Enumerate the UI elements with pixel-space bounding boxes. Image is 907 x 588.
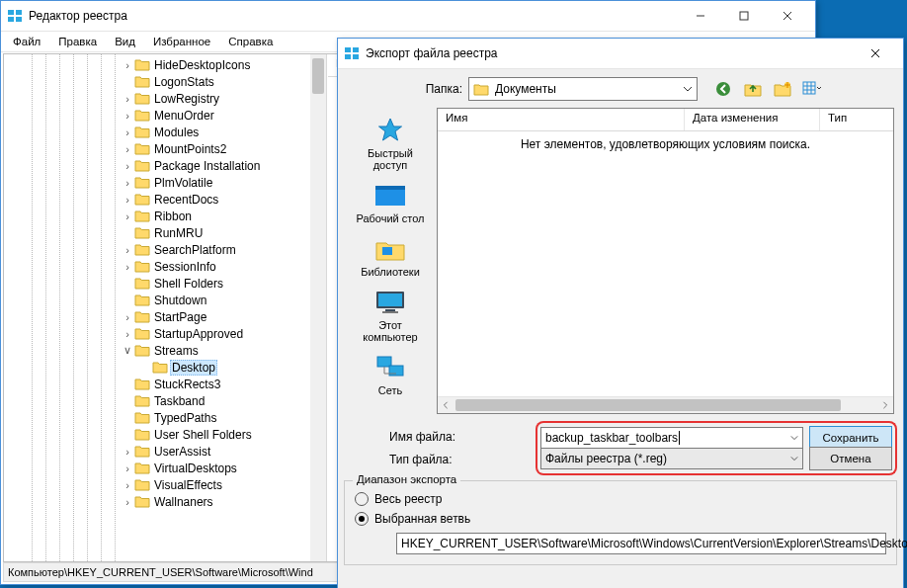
tree-twisty[interactable]: › — [121, 126, 134, 138]
tree-node[interactable]: ›Package Installation — [6, 157, 326, 174]
dialog-close-button[interactable] — [854, 40, 897, 67]
up-one-level-button[interactable] — [743, 79, 763, 99]
tree-twisty[interactable]: › — [121, 462, 134, 474]
chevron-down-icon — [683, 84, 693, 94]
tree-node[interactable]: StuckRects3 — [6, 376, 326, 392]
folder-icon — [134, 243, 150, 256]
tree-scrollbar[interactable] — [310, 54, 326, 561]
new-folder-button[interactable] — [773, 79, 792, 99]
folder-icon — [473, 82, 489, 96]
tree-node[interactable]: ›Modules — [6, 124, 326, 140]
tree-node-label: VisualEffects — [152, 478, 224, 492]
tree-node[interactable]: ›MenuOrder — [6, 107, 326, 124]
radio-all[interactable]: Весь реестр — [355, 489, 886, 509]
tree-pane[interactable]: ›HideDesktopIconsLogonStats›LowRegistry›… — [4, 54, 327, 561]
tree-node-label: Streams — [152, 344, 201, 358]
tree-node[interactable]: ∨Streams — [6, 342, 326, 359]
scroll-right-icon[interactable] — [877, 397, 893, 413]
tree-node[interactable]: ›VisualEffects — [6, 476, 326, 493]
tree-twisty[interactable]: › — [121, 110, 134, 122]
minimize-button[interactable] — [679, 2, 722, 30]
tree-node[interactable]: ›Ribbon — [6, 208, 326, 224]
place-network[interactable]: Сеть — [351, 353, 430, 396]
tree-twisty[interactable]: › — [121, 496, 134, 508]
tree-node[interactable]: LogonStats — [6, 73, 326, 90]
tree-node[interactable]: Desktop — [6, 359, 326, 376]
tree-node[interactable]: ›SessionInfo — [6, 258, 326, 275]
menu-view[interactable]: Вид — [107, 34, 143, 49]
menu-fav[interactable]: Избранное — [145, 34, 218, 49]
tree-node-label: StartupApproved — [152, 327, 245, 341]
tree-twisty[interactable]: › — [121, 311, 134, 323]
place-quick-access[interactable]: Быстрый доступ — [351, 116, 430, 171]
folder-icon — [134, 126, 150, 138]
svg-rect-28 — [385, 309, 395, 311]
col-date[interactable]: Дата изменения — [685, 109, 820, 130]
tree-node[interactable]: ›StartupApproved — [6, 325, 326, 342]
tree-node[interactable]: ›Wallnaners — [6, 493, 326, 510]
back-button[interactable] — [713, 79, 733, 99]
chevron-down-icon[interactable] — [790, 434, 798, 442]
tree-node[interactable]: ›UserAssist — [6, 443, 326, 460]
tree-node[interactable]: ›StartPage — [6, 308, 326, 325]
close-button[interactable] — [766, 2, 809, 30]
tree-twisty[interactable]: › — [121, 194, 134, 206]
tree-node[interactable]: ›LowRegistry — [6, 90, 326, 107]
tree-twisty[interactable]: › — [121, 446, 134, 458]
file-list-hscroll[interactable] — [438, 396, 893, 413]
col-name[interactable]: Имя — [438, 109, 685, 130]
tree-node[interactable]: ›RecentDocs — [6, 191, 326, 208]
tree-node[interactable]: ›MountPoints2 — [6, 140, 326, 157]
tree-node[interactable]: Shutdown — [6, 292, 326, 308]
tree-twisty[interactable]: › — [121, 479, 134, 491]
regedit-titlebar[interactable]: Редактор реестра — [1, 1, 815, 32]
dialog-titlebar[interactable]: Экспорт файла реестра — [338, 39, 903, 69]
tree-twisty[interactable]: ∨ — [121, 344, 134, 357]
tree-twisty[interactable]: › — [121, 328, 134, 340]
menu-file[interactable]: Файл — [5, 34, 48, 49]
scroll-left-icon[interactable] — [438, 397, 454, 413]
tree-node[interactable]: Taskband — [6, 392, 326, 409]
tree-node[interactable]: RunMRU — [6, 224, 326, 241]
svg-rect-8 — [345, 47, 351, 52]
tree-twisty[interactable]: › — [121, 143, 134, 155]
tree-twisty[interactable]: › — [121, 261, 134, 273]
tree-node-label: StuckRects3 — [152, 378, 222, 391]
tree-node[interactable]: ›VirtualDesktops — [6, 460, 326, 476]
folder-combo-value: Документы — [495, 82, 556, 96]
tree-twisty[interactable]: › — [121, 160, 134, 172]
col-type[interactable]: Тип — [820, 109, 893, 130]
tree-twisty[interactable]: › — [121, 59, 134, 71]
tree-node[interactable]: Shell Folders — [6, 275, 326, 292]
file-name-input[interactable]: backup_taskbar_toolbars — [540, 427, 803, 449]
tree-twisty[interactable]: › — [121, 244, 134, 256]
svg-rect-2 — [8, 17, 14, 22]
branch-path-value: HKEY_CURRENT_USER\Software\Microsoft\Win… — [401, 537, 907, 550]
tree-node[interactable]: User Shell Folders — [6, 426, 326, 443]
folder-combo[interactable]: Документы — [468, 77, 698, 101]
view-menu-button[interactable] — [802, 79, 822, 99]
radio-branch[interactable]: Выбранная ветвь — [355, 509, 886, 529]
tree-node[interactable]: ›HideDesktopIcons — [6, 56, 326, 73]
tree-twisty[interactable]: › — [121, 210, 134, 222]
place-label: Библиотеки — [361, 266, 420, 278]
tree-node[interactable]: ›PlmVolatile — [6, 174, 326, 191]
place-desktop[interactable]: Рабочий стол — [351, 181, 430, 224]
file-type-combo[interactable]: Файлы реестра (*.reg) — [540, 448, 803, 469]
place-this-pc[interactable]: Этот компьютер — [351, 288, 430, 343]
place-libraries[interactable]: Библиотеки — [351, 234, 430, 278]
tree-node-label: Desktop — [170, 360, 217, 376]
maximize-button[interactable] — [722, 2, 766, 30]
folder-icon — [134, 142, 150, 155]
tree-node[interactable]: TypedPaths — [6, 409, 326, 426]
file-list[interactable]: Имя Дата изменения Тип Нет элементов, уд… — [437, 108, 894, 414]
tree-twisty[interactable]: › — [121, 177, 134, 189]
branch-path-input[interactable]: HKEY_CURRENT_USER\Software\Microsoft\Win… — [396, 533, 886, 554]
cancel-button[interactable]: Отмена — [809, 447, 892, 470]
menu-edit[interactable]: Правка — [50, 34, 105, 49]
tree-twisty[interactable]: › — [121, 93, 134, 105]
tree-node-label: LogonStats — [152, 75, 216, 89]
menu-help[interactable]: Справка — [220, 34, 281, 49]
svg-point-14 — [716, 82, 730, 96]
tree-node[interactable]: ›SearchPlatform — [6, 241, 326, 258]
